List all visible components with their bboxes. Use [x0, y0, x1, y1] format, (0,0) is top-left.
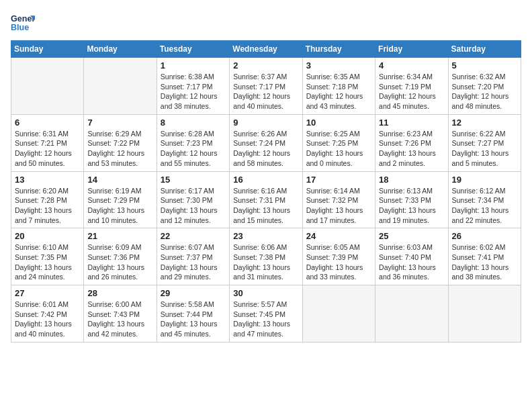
day-info: Sunrise: 5:57 AM Sunset: 7:45 PM Dayligh…	[233, 300, 298, 339]
calendar-cell: 3Sunrise: 6:35 AM Sunset: 7:18 PM Daylig…	[302, 58, 375, 115]
calendar-cell: 28Sunrise: 6:00 AM Sunset: 7:43 PM Dayli…	[84, 285, 157, 342]
day-number: 12	[452, 118, 517, 128]
day-info: Sunrise: 6:28 AM Sunset: 7:23 PM Dayligh…	[161, 129, 226, 169]
weekday-header-sunday: Sunday	[11, 41, 84, 58]
weekday-header-row: SundayMondayTuesdayWednesdayThursdayFrid…	[11, 41, 521, 58]
day-info: Sunrise: 6:00 AM Sunset: 7:43 PM Dayligh…	[87, 300, 152, 339]
calendar-cell: 8Sunrise: 6:28 AM Sunset: 7:23 PM Daylig…	[157, 114, 229, 171]
weekday-header-thursday: Thursday	[302, 41, 375, 58]
day-number: 20	[15, 231, 80, 241]
day-number: 15	[161, 175, 226, 185]
calendar-cell: 26Sunrise: 6:02 AM Sunset: 7:41 PM Dayli…	[448, 228, 521, 285]
day-number: 6	[15, 118, 80, 128]
calendar-cell: 16Sunrise: 6:16 AM Sunset: 7:31 PM Dayli…	[230, 171, 302, 228]
calendar-cell	[302, 285, 375, 342]
day-number: 3	[306, 60, 371, 71]
day-number: 26	[452, 231, 517, 241]
calendar-cell: 29Sunrise: 5:58 AM Sunset: 7:44 PM Dayli…	[157, 285, 229, 342]
day-number: 14	[87, 175, 152, 185]
calendar-week-row: 1Sunrise: 6:38 AM Sunset: 7:17 PM Daylig…	[11, 58, 521, 115]
day-info: Sunrise: 6:19 AM Sunset: 7:29 PM Dayligh…	[87, 186, 152, 226]
day-number: 24	[306, 231, 371, 241]
calendar-cell: 20Sunrise: 6:10 AM Sunset: 7:35 PM Dayli…	[11, 228, 84, 285]
calendar-week-row: 20Sunrise: 6:10 AM Sunset: 7:35 PM Dayli…	[11, 228, 521, 285]
day-number: 16	[233, 175, 298, 185]
day-number: 27	[15, 288, 80, 298]
calendar-cell: 2Sunrise: 6:37 AM Sunset: 7:17 PM Daylig…	[230, 58, 302, 115]
day-info: Sunrise: 6:26 AM Sunset: 7:24 PM Dayligh…	[233, 129, 298, 169]
weekday-header-tuesday: Tuesday	[157, 41, 229, 58]
day-number: 11	[379, 118, 444, 128]
day-info: Sunrise: 5:58 AM Sunset: 7:44 PM Dayligh…	[161, 300, 226, 339]
calendar-cell: 5Sunrise: 6:32 AM Sunset: 7:20 PM Daylig…	[448, 58, 521, 115]
day-number: 1	[161, 60, 226, 71]
day-info: Sunrise: 6:25 AM Sunset: 7:25 PM Dayligh…	[306, 129, 371, 169]
calendar-cell	[11, 58, 84, 115]
weekday-header-saturday: Saturday	[448, 41, 521, 58]
day-info: Sunrise: 6:09 AM Sunset: 7:36 PM Dayligh…	[87, 242, 152, 282]
day-number: 8	[161, 118, 226, 128]
weekday-header-friday: Friday	[375, 41, 448, 58]
day-info: Sunrise: 6:07 AM Sunset: 7:37 PM Dayligh…	[161, 242, 226, 282]
calendar-cell: 4Sunrise: 6:34 AM Sunset: 7:19 PM Daylig…	[375, 58, 448, 115]
day-number: 4	[379, 60, 444, 71]
day-number: 2	[233, 60, 298, 71]
day-info: Sunrise: 6:37 AM Sunset: 7:17 PM Dayligh…	[233, 72, 298, 111]
calendar-cell: 7Sunrise: 6:29 AM Sunset: 7:22 PM Daylig…	[84, 114, 157, 171]
day-info: Sunrise: 6:06 AM Sunset: 7:38 PM Dayligh…	[233, 242, 298, 282]
day-info: Sunrise: 6:05 AM Sunset: 7:39 PM Dayligh…	[306, 242, 371, 282]
day-info: Sunrise: 6:34 AM Sunset: 7:19 PM Dayligh…	[379, 72, 444, 111]
calendar-cell: 18Sunrise: 6:13 AM Sunset: 7:33 PM Dayli…	[375, 171, 448, 228]
logo-icon: General Blue	[11, 11, 35, 35]
calendar-cell: 30Sunrise: 5:57 AM Sunset: 7:45 PM Dayli…	[230, 285, 302, 342]
logo: General Blue	[11, 11, 38, 35]
day-number: 22	[161, 231, 226, 241]
calendar-cell	[375, 285, 448, 342]
day-number: 17	[306, 175, 371, 185]
calendar-cell: 22Sunrise: 6:07 AM Sunset: 7:37 PM Dayli…	[157, 228, 229, 285]
day-info: Sunrise: 6:10 AM Sunset: 7:35 PM Dayligh…	[15, 242, 80, 282]
day-info: Sunrise: 6:16 AM Sunset: 7:31 PM Dayligh…	[233, 186, 298, 226]
weekday-header-wednesday: Wednesday	[230, 41, 302, 58]
calendar-cell: 14Sunrise: 6:19 AM Sunset: 7:29 PM Dayli…	[84, 171, 157, 228]
day-info: Sunrise: 6:02 AM Sunset: 7:41 PM Dayligh…	[452, 242, 517, 282]
day-number: 5	[452, 60, 517, 71]
day-number: 29	[161, 288, 226, 298]
day-info: Sunrise: 6:31 AM Sunset: 7:21 PM Dayligh…	[15, 129, 80, 169]
svg-text:Blue: Blue	[11, 23, 29, 32]
day-number: 28	[87, 288, 152, 298]
day-number: 23	[233, 231, 298, 241]
day-number: 30	[233, 288, 298, 298]
day-number: 21	[87, 231, 152, 241]
calendar-cell: 12Sunrise: 6:22 AM Sunset: 7:27 PM Dayli…	[448, 114, 521, 171]
calendar-cell: 19Sunrise: 6:12 AM Sunset: 7:34 PM Dayli…	[448, 171, 521, 228]
day-info: Sunrise: 6:20 AM Sunset: 7:28 PM Dayligh…	[15, 186, 80, 226]
day-number: 25	[379, 231, 444, 241]
calendar-week-row: 13Sunrise: 6:20 AM Sunset: 7:28 PM Dayli…	[11, 171, 521, 228]
calendar-cell: 13Sunrise: 6:20 AM Sunset: 7:28 PM Dayli…	[11, 171, 84, 228]
calendar-week-row: 6Sunrise: 6:31 AM Sunset: 7:21 PM Daylig…	[11, 114, 521, 171]
day-info: Sunrise: 6:14 AM Sunset: 7:32 PM Dayligh…	[306, 186, 371, 226]
day-info: Sunrise: 6:01 AM Sunset: 7:42 PM Dayligh…	[15, 300, 80, 339]
page-header: General Blue	[11, 11, 521, 35]
calendar-cell: 25Sunrise: 6:03 AM Sunset: 7:40 PM Dayli…	[375, 228, 448, 285]
calendar-cell: 9Sunrise: 6:26 AM Sunset: 7:24 PM Daylig…	[230, 114, 302, 171]
calendar-cell: 27Sunrise: 6:01 AM Sunset: 7:42 PM Dayli…	[11, 285, 84, 342]
calendar-table: SundayMondayTuesdayWednesdayThursdayFrid…	[11, 40, 521, 342]
calendar-cell: 23Sunrise: 6:06 AM Sunset: 7:38 PM Dayli…	[230, 228, 302, 285]
day-info: Sunrise: 6:23 AM Sunset: 7:26 PM Dayligh…	[379, 129, 444, 169]
calendar-cell: 1Sunrise: 6:38 AM Sunset: 7:17 PM Daylig…	[157, 58, 229, 115]
day-info: Sunrise: 6:35 AM Sunset: 7:18 PM Dayligh…	[306, 72, 371, 111]
day-info: Sunrise: 6:17 AM Sunset: 7:30 PM Dayligh…	[161, 186, 226, 226]
day-number: 13	[15, 175, 80, 185]
day-info: Sunrise: 6:29 AM Sunset: 7:22 PM Dayligh…	[87, 129, 152, 169]
calendar-cell: 17Sunrise: 6:14 AM Sunset: 7:32 PM Dayli…	[302, 171, 375, 228]
day-info: Sunrise: 6:22 AM Sunset: 7:27 PM Dayligh…	[452, 129, 517, 169]
calendar-cell: 15Sunrise: 6:17 AM Sunset: 7:30 PM Dayli…	[157, 171, 229, 228]
day-info: Sunrise: 6:13 AM Sunset: 7:33 PM Dayligh…	[379, 186, 444, 226]
day-info: Sunrise: 6:38 AM Sunset: 7:17 PM Dayligh…	[161, 72, 226, 111]
day-number: 7	[87, 118, 152, 128]
calendar-cell	[448, 285, 521, 342]
calendar-cell: 11Sunrise: 6:23 AM Sunset: 7:26 PM Dayli…	[375, 114, 448, 171]
day-info: Sunrise: 6:32 AM Sunset: 7:20 PM Dayligh…	[452, 72, 517, 111]
